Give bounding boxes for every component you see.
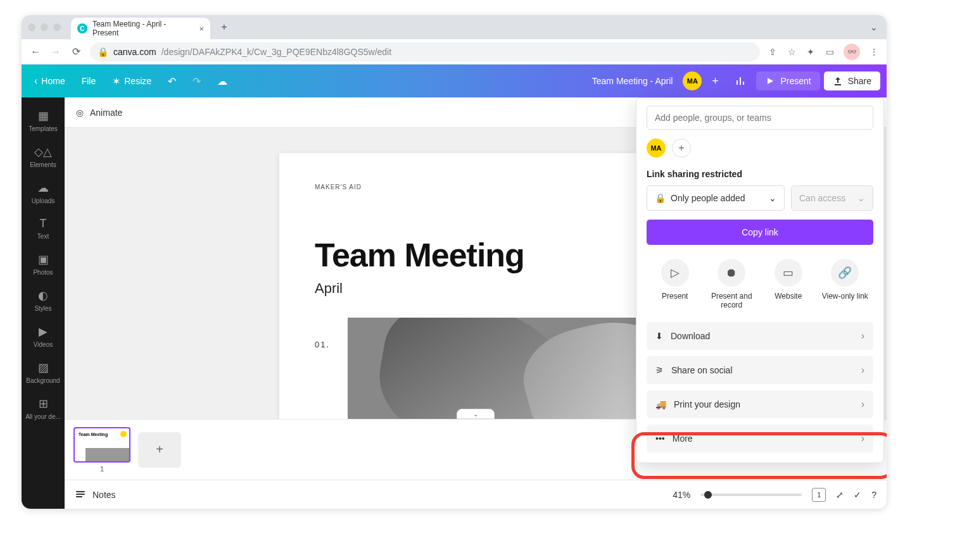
rail-elements[interactable]: ◇△ Elements: [22, 139, 65, 175]
slide-hero-image[interactable]: [348, 318, 672, 419]
rail-text[interactable]: T Text: [22, 211, 65, 246]
add-slide-button[interactable]: +: [138, 432, 181, 468]
close-tab-icon[interactable]: ×: [199, 24, 204, 34]
record-icon: ⏺: [726, 266, 737, 280]
close-window-icon[interactable]: [28, 23, 35, 31]
rail-styles[interactable]: ◐ Styles: [22, 282, 65, 318]
home-label: Home: [41, 76, 65, 86]
share-page-icon[interactable]: ⇪: [768, 47, 778, 57]
help-icon[interactable]: ?: [871, 490, 876, 500]
profile-avatar-icon[interactable]: 👓: [844, 44, 860, 60]
maximize-window-icon[interactable]: [53, 23, 61, 31]
present-icon: ▷: [671, 266, 680, 280]
copy-link-button[interactable]: Copy link: [647, 220, 873, 245]
cloud-status[interactable]: ☁: [211, 72, 234, 91]
document-title[interactable]: Team Meeting - April: [592, 76, 680, 86]
window-controls[interactable]: [28, 23, 61, 31]
more-icon: •••: [655, 433, 665, 444]
chevron-down-icon: ⌄: [769, 193, 776, 203]
canva-header: ‹ Home File ✶ Resize ↶ ↷ ☁ Team Meeting …: [22, 65, 887, 97]
rail-label: All your de...: [25, 413, 61, 420]
zoom-level[interactable]: 41%: [673, 490, 690, 500]
share-download[interactable]: ⬇ Download ›: [647, 322, 873, 350]
rail-photos[interactable]: ▣ Photos: [22, 246, 65, 282]
rail-all-designs[interactable]: ⊞ All your de...: [22, 390, 65, 426]
link-icon: 🔗: [838, 266, 852, 280]
rail-background[interactable]: ▨ Background: [22, 354, 65, 390]
chevron-right-icon: ›: [861, 399, 864, 410]
canva-favicon-icon: C: [77, 23, 87, 34]
share-people-input[interactable]: [647, 106, 873, 130]
quick-present[interactable]: ▷ Present: [650, 259, 700, 309]
rail-label: Styles: [34, 305, 51, 312]
page-count-icon[interactable]: 1: [812, 488, 826, 502]
share-more[interactable]: ••• More ›: [647, 425, 873, 452]
slide[interactable]: MAKER'S AID Team Meeting April 01.: [279, 153, 672, 419]
present-button[interactable]: Present: [756, 72, 819, 90]
link-access-select[interactable]: 🔒 Only people added ⌄: [647, 185, 785, 211]
bookmark-icon[interactable]: ☆: [787, 47, 797, 57]
new-tab-button[interactable]: +: [215, 18, 233, 36]
notes-button[interactable]: Notes: [92, 490, 116, 500]
browser-tab[interactable]: C Team Meeting - April - Present ×: [71, 18, 210, 39]
insights-button[interactable]: [728, 72, 752, 90]
zoom-slider[interactable]: [700, 494, 802, 496]
share-print[interactable]: 🚚 Print your design ›: [647, 390, 873, 418]
permission-select[interactable]: Can access ⌄: [791, 185, 873, 211]
chevron-down-icon: ⌄: [857, 193, 865, 203]
minimize-window-icon[interactable]: [41, 23, 48, 31]
home-button[interactable]: ‹ Home: [28, 72, 72, 90]
chart-icon: [735, 75, 746, 87]
file-menu[interactable]: File: [75, 72, 103, 90]
chevron-right-icon: ›: [861, 364, 864, 376]
tab-title: Team Meeting - April - Present: [92, 20, 194, 37]
add-collaborator-button[interactable]: +: [705, 72, 724, 90]
redo-button[interactable]: ↷: [186, 72, 207, 91]
quick-present-record[interactable]: ⏺ Present and record: [706, 259, 757, 309]
templates-icon: ▦: [38, 109, 49, 123]
text-icon: T: [40, 217, 47, 230]
check-icon[interactable]: ✓: [854, 490, 861, 500]
share-button[interactable]: Share: [824, 72, 880, 90]
extensions-icon[interactable]: ✦: [806, 47, 816, 57]
undo-button[interactable]: ↶: [161, 72, 182, 91]
forward-button[interactable]: →: [49, 46, 62, 58]
back-button[interactable]: ←: [29, 46, 42, 58]
upload-icon: [833, 76, 843, 86]
redo-icon: ↷: [193, 75, 201, 87]
url-input[interactable]: 🔒 canva.com/design/DAFAkZPK4_k/Cw_3g_PQE…: [90, 42, 760, 61]
file-label: File: [82, 76, 96, 86]
thumb-title: Team Meeting: [79, 432, 125, 437]
share-social[interactable]: ⚞ Share on social ›: [647, 356, 873, 384]
user-avatar[interactable]: MA: [683, 72, 702, 90]
add-person-button[interactable]: +: [672, 139, 691, 158]
quick-view-link[interactable]: 🔗 View-only link: [819, 259, 870, 309]
url-host: canva.com: [113, 47, 156, 57]
slide-subtitle[interactable]: April: [315, 280, 636, 297]
resize-button[interactable]: ✶ Resize: [106, 72, 158, 91]
quick-label: Present and record: [706, 292, 757, 309]
fullscreen-icon[interactable]: ⤢: [836, 490, 844, 500]
quick-website[interactable]: ▭ Website: [763, 259, 814, 309]
chevron-right-icon: ›: [861, 433, 864, 444]
rail-videos[interactable]: ▶ Videos: [22, 318, 65, 354]
zoom-thumb[interactable]: [704, 491, 712, 499]
reload-button[interactable]: ⟳: [70, 46, 82, 58]
tabs-overflow-icon[interactable]: ⌄: [870, 22, 878, 32]
canvas-area: ◎ Animate MAKER'S AID Team Meeting April…: [65, 97, 887, 509]
photos-icon: ▣: [38, 252, 49, 266]
rail-templates[interactable]: ▦ Templates: [22, 103, 65, 139]
rail-uploads[interactable]: ☁ Uploads: [22, 175, 65, 211]
list-label: Print your design: [674, 399, 740, 409]
print-icon: 🚚: [655, 399, 666, 409]
slide-thumbnail[interactable]: Team Meeting: [73, 427, 130, 463]
collapse-thumbs-button[interactable]: ⌄: [457, 409, 495, 419]
thumb-number: 1: [73, 465, 130, 473]
browser-menu-icon[interactable]: ⋮: [869, 47, 879, 57]
rail-label: Photos: [33, 269, 53, 276]
animate-button[interactable]: Animate: [90, 108, 122, 118]
download-icon: ⬇: [655, 331, 663, 341]
slide-title[interactable]: Team Meeting: [315, 236, 636, 274]
sidepanel-icon[interactable]: ▭: [825, 47, 835, 57]
styles-icon: ◐: [38, 289, 48, 302]
